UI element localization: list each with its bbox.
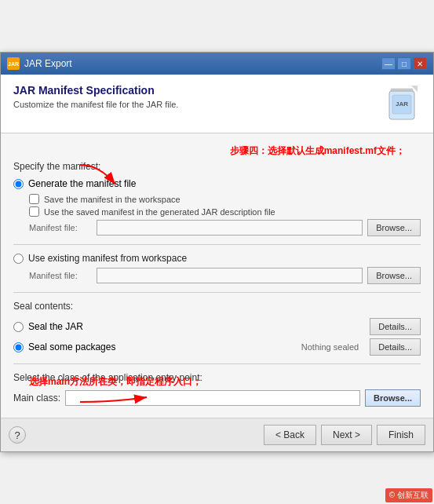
seal-label: Seal contents: <box>13 301 421 312</box>
generate-section: Generate the manifest file <box>13 178 421 189</box>
save-workspace-row: Save the manifest in the workspace <box>29 194 421 204</box>
manifest-file-input-2[interactable] <box>97 268 363 283</box>
help-button[interactable]: ? <box>9 426 26 444</box>
header-subtitle: Customize the manifest file for the JAR … <box>13 100 178 109</box>
minimize-button[interactable]: — <box>381 57 396 70</box>
generate-radio[interactable] <box>13 179 24 189</box>
manifest-file-row: Manifest file: Browse... <box>29 219 421 236</box>
step4-annotation: 步骤四：选择默认生成manifest.mf文件； <box>230 144 405 158</box>
save-workspace-checkbox[interactable] <box>29 194 39 204</box>
generate-option-row: Generate the manifest file <box>13 178 421 189</box>
main-class-input[interactable] <box>65 390 360 406</box>
use-saved-label[interactable]: Use the saved manifest in the generated … <box>44 207 275 217</box>
finish-button[interactable]: Finish <box>377 425 425 445</box>
title-bar: JAR JAR Export — □ ✕ <box>1 53 433 75</box>
nothing-sealed-text: Nothing sealed <box>301 342 359 352</box>
seal-jar-row: Seal the JAR Details... <box>13 318 421 335</box>
use-existing-radio[interactable] <box>13 254 24 264</box>
jar-export-window: JAR JAR Export — □ ✕ JAR Manifest Specif… <box>0 52 434 452</box>
watermark: © 创新互联 <box>385 488 432 502</box>
generate-label[interactable]: Generate the manifest file <box>28 178 136 189</box>
seal-section: Seal contents: Seal the JAR Details... S… <box>13 301 421 356</box>
manifest-file-input[interactable] <box>97 220 363 236</box>
window-title: JAR Export <box>24 58 72 69</box>
divider-2 <box>13 292 421 293</box>
main-class-browse-button[interactable]: Browse... <box>365 389 421 407</box>
use-existing-label[interactable]: Use existing manifest from workspace <box>28 253 187 264</box>
seal-packages-details-button[interactable]: Details... <box>370 338 421 356</box>
use-existing-row: Use existing manifest from workspace <box>13 253 421 264</box>
footer-left: ? <box>9 426 26 444</box>
main-class-area: Main class: Browse... 选择main方法所在类，即指定程序入… <box>13 389 421 407</box>
seal-packages-radio[interactable] <box>13 342 24 352</box>
manifest-file-label: Manifest file: <box>29 223 92 232</box>
entry-section: Select the class of the application entr… <box>13 372 421 407</box>
divider-1 <box>13 244 421 245</box>
title-controls: — □ ✕ <box>381 57 427 70</box>
annotation-area: 步骤四：选择默认生成manifest.mf文件； <box>13 144 421 158</box>
manifest-file-row-2: Manifest file: Browse... <box>29 267 421 284</box>
main-class-annotation: 选择main方法所在类，即指定程序入口； <box>29 375 202 389</box>
close-button[interactable]: ✕ <box>413 57 427 70</box>
use-saved-checkbox[interactable] <box>29 206 39 217</box>
seal-jar-left: Seal the JAR <box>13 321 83 332</box>
dialog-header: JAR Manifest Specification Customize the… <box>1 75 433 133</box>
maximize-button[interactable]: □ <box>397 57 411 70</box>
dialog-footer: ? < Back Next > Finish © 创新互联 <box>1 418 433 451</box>
seal-packages-label[interactable]: Seal some packages <box>28 341 115 352</box>
header-title: JAR Manifest Specification <box>13 84 178 97</box>
jar-icon: JAR <box>7 57 20 70</box>
browse-button-1[interactable]: Browse... <box>367 219 421 236</box>
footer-right: < Back Next > Finish <box>264 425 425 445</box>
main-class-row: Main class: Browse... <box>13 389 421 407</box>
seal-jar-label[interactable]: Seal the JAR <box>28 321 83 332</box>
seal-packages-left: Seal some packages <box>13 341 115 352</box>
main-class-label: Main class: <box>13 393 60 404</box>
manifest-file-label-2: Manifest file: <box>29 271 92 280</box>
specify-label: Specify the manifest: <box>13 161 421 172</box>
divider-3 <box>13 363 421 364</box>
next-button[interactable]: Next > <box>321 425 372 445</box>
back-button[interactable]: < Back <box>264 425 316 445</box>
title-bar-left: JAR JAR Export <box>7 57 72 70</box>
jar-image-icon: JAR <box>383 84 421 125</box>
browse-button-2[interactable]: Browse... <box>367 267 421 284</box>
seal-jar-details-button[interactable]: Details... <box>370 318 421 335</box>
seal-packages-row: Seal some packages Nothing sealed Detail… <box>13 338 421 356</box>
header-text: JAR Manifest Specification Customize the… <box>13 84 178 109</box>
save-workspace-label[interactable]: Save the manifest in the workspace <box>44 195 181 204</box>
seal-jar-radio[interactable] <box>13 322 24 332</box>
use-saved-row: Use the saved manifest in the generated … <box>29 206 421 217</box>
dialog-content: 步骤四：选择默认生成manifest.mf文件； Specify the man… <box>1 133 433 418</box>
seal-packages-right: Nothing sealed Details... <box>301 338 421 356</box>
svg-text:JAR: JAR <box>396 100 408 108</box>
